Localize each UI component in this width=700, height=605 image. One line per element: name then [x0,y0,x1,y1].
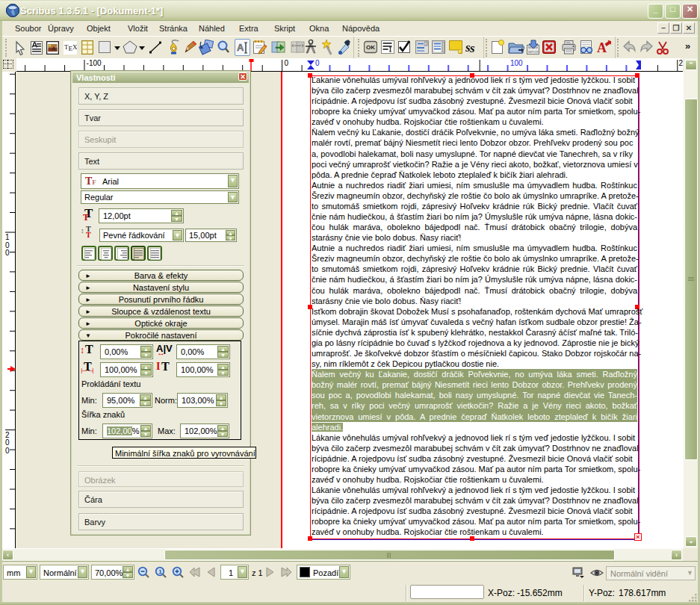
svg-text:1: 1 [158,568,162,575]
svg-text:0: 0 [315,59,320,67]
svg-text:0: 0 [5,447,10,455]
svg-text:OK: OK [366,44,375,51]
svg-text:200: 200 [679,59,683,67]
svg-text:2: 2 [5,431,10,439]
svg-text:1: 1 [5,233,10,241]
svg-text:0: 0 [285,59,289,67]
svg-text:IMPORT: IMPORT [528,50,540,54]
svg-text:0: 0 [5,438,10,447]
svg-text:100: 100 [510,59,523,67]
svg-text:-100: -100 [87,59,102,67]
svg-text:0: 0 [5,249,10,257]
svg-text:A: A [597,40,607,55]
svg-text:0: 0 [5,241,10,249]
svg-text:s: s [469,41,475,55]
svg-text:A: A [237,42,244,53]
